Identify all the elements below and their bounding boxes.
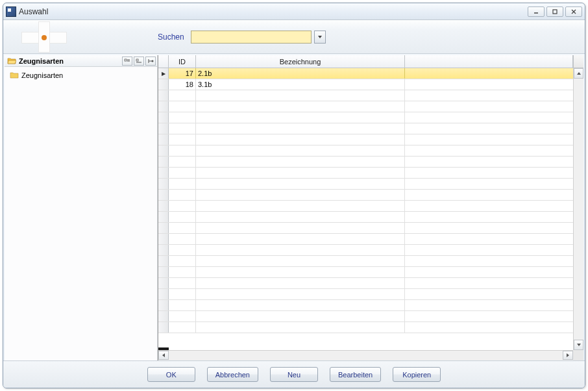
svg-marker-16	[567, 353, 569, 357]
cell-spacer	[405, 123, 573, 134]
row-indicator[interactable]	[158, 311, 169, 322]
content-area: Zeugnisarten	[3, 54, 585, 360]
minimize-button[interactable]	[528, 6, 545, 17]
scroll-up-button[interactable]	[574, 68, 583, 79]
cell-id	[169, 168, 196, 178]
new-button[interactable]: Neu	[270, 367, 318, 382]
cell-bezeichnung[interactable]: 2.1b	[196, 68, 405, 79]
row-indicator[interactable]	[158, 190, 169, 200]
folder-open-icon	[7, 57, 16, 65]
cell-spacer	[405, 145, 573, 156]
cell-id	[169, 145, 196, 156]
titlebar[interactable]: Auswahl	[3, 3, 585, 20]
svg-rect-1	[553, 10, 557, 14]
tree-body: Zeugnisarten	[5, 67, 157, 360]
row-indicator[interactable]	[158, 145, 169, 156]
search-dropdown-button[interactable]	[314, 31, 326, 44]
folder-icon	[10, 71, 19, 79]
table-row	[158, 267, 573, 278]
scroll-left-button[interactable]	[158, 351, 169, 360]
cell-id	[169, 90, 196, 101]
cell-id	[169, 322, 196, 333]
close-button[interactable]	[565, 6, 582, 17]
cell-id	[169, 123, 196, 134]
cell-id	[169, 300, 196, 310]
data-grid: ID Bezeichnung ▶172.1b183.1b	[158, 55, 583, 360]
column-header-spacer	[405, 55, 573, 68]
row-indicator[interactable]	[158, 234, 169, 244]
row-indicator[interactable]	[158, 289, 169, 299]
row-indicator[interactable]	[158, 134, 169, 145]
horizontal-scrollbar[interactable]	[158, 350, 573, 360]
button-bar: OK Abbrechen Neu Bearbeiten Kopieren	[3, 360, 585, 388]
row-indicator[interactable]	[158, 278, 169, 288]
scroll-right-button[interactable]	[563, 351, 573, 360]
row-indicator[interactable]	[158, 212, 169, 222]
grid-corner[interactable]	[158, 55, 169, 68]
tree-collapse-button[interactable]	[134, 57, 144, 66]
row-indicator[interactable]	[158, 267, 169, 277]
cell-bezeichnung	[196, 256, 405, 266]
row-indicator[interactable]	[158, 112, 169, 123]
scroll-track[interactable]	[169, 351, 563, 360]
cell-id	[169, 179, 196, 189]
row-indicator[interactable]	[158, 101, 169, 112]
column-header-id[interactable]: ID	[169, 55, 196, 68]
navigation-cross[interactable]	[21, 21, 67, 53]
cell-id	[169, 267, 196, 277]
sidebar: Zeugnisarten	[5, 55, 158, 360]
row-indicator[interactable]	[158, 79, 169, 90]
maximize-button[interactable]	[546, 6, 563, 17]
cell-id[interactable]: 18	[169, 79, 196, 90]
cancel-button[interactable]: Abbrechen	[207, 367, 258, 382]
scroll-track[interactable]	[574, 79, 583, 340]
grid-body: ▶172.1b183.1b	[158, 68, 583, 360]
cell-spacer	[405, 300, 573, 310]
column-header-bezeichnung[interactable]: Bezeichnung	[196, 55, 405, 68]
tree-item[interactable]: Zeugnisarten	[6, 69, 156, 81]
search-input[interactable]	[191, 31, 312, 44]
cell-spacer	[405, 134, 573, 145]
table-row[interactable]: ▶172.1b	[158, 68, 573, 79]
cell-id	[169, 289, 196, 299]
cell-bezeichnung	[196, 234, 405, 244]
table-row[interactable]: 183.1b	[158, 79, 573, 90]
row-indicator[interactable]	[158, 322, 169, 333]
tree-expand-button[interactable]	[122, 57, 132, 66]
cell-id[interactable]: 17	[169, 68, 196, 79]
cell-bezeichnung[interactable]: 3.1b	[196, 79, 405, 90]
cell-spacer	[405, 90, 573, 101]
cell-id	[169, 256, 196, 266]
table-row	[158, 289, 573, 300]
row-indicator[interactable]	[158, 123, 169, 134]
cell-bezeichnung	[196, 90, 405, 101]
row-indicator[interactable]	[158, 223, 169, 233]
cell-bezeichnung	[196, 168, 405, 178]
svg-point-12	[152, 60, 154, 62]
row-indicator[interactable]	[158, 245, 169, 255]
svg-marker-13	[577, 72, 581, 75]
cell-id	[169, 212, 196, 222]
row-indicator[interactable]	[158, 256, 169, 266]
scroll-header-corner	[573, 55, 583, 68]
row-indicator[interactable]	[158, 168, 169, 178]
tree-toggle-button[interactable]	[145, 57, 156, 66]
row-indicator[interactable]	[158, 157, 169, 167]
copy-button[interactable]: Kopieren	[393, 367, 441, 382]
toolbar: Suchen	[3, 20, 585, 54]
row-indicator[interactable]	[158, 179, 169, 189]
scroll-down-button[interactable]	[574, 340, 583, 350]
ok-button[interactable]: OK	[147, 367, 195, 382]
row-indicator[interactable]: ▶	[158, 68, 169, 79]
row-indicator[interactable]	[158, 201, 169, 211]
table-row	[158, 201, 573, 212]
row-indicator[interactable]	[158, 90, 169, 101]
edit-button[interactable]: Bearbeiten	[330, 367, 381, 382]
cell-spacer	[405, 168, 573, 178]
cell-bezeichnung	[196, 190, 405, 200]
vertical-scrollbar[interactable]	[573, 68, 583, 350]
cell-spacer	[405, 322, 573, 333]
row-indicator[interactable]	[158, 300, 169, 310]
cell-id	[169, 223, 196, 233]
cell-spacer	[405, 101, 573, 112]
